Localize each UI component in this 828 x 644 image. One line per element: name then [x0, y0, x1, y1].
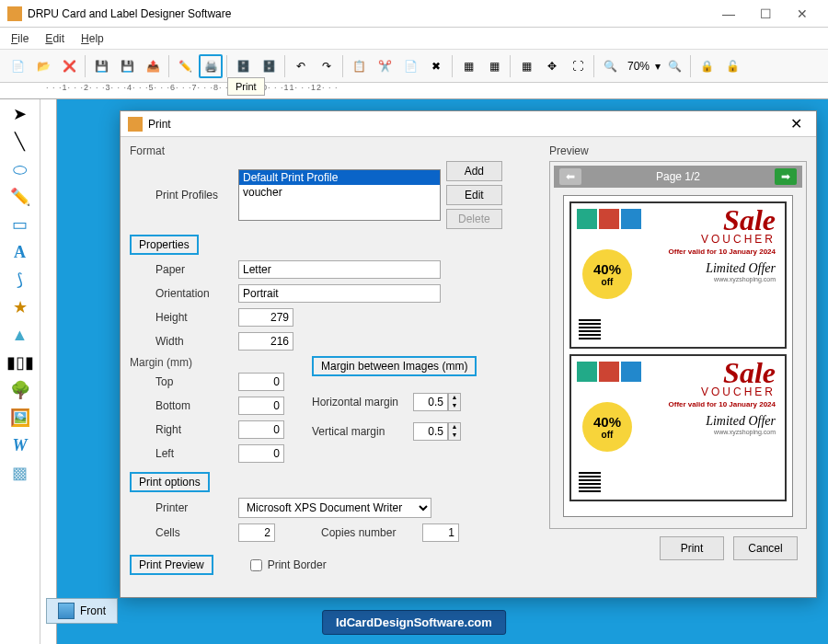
db-export-icon[interactable]: 🗄️ [257, 54, 281, 78]
copies-input[interactable] [422, 523, 459, 542]
delete-button: Delete [446, 209, 502, 229]
printer-label: Printer [155, 501, 238, 514]
hmargin-spinner[interactable]: ▲▼ [413, 393, 461, 411]
print-preview-button[interactable]: Print Preview [130, 555, 213, 575]
add-button[interactable]: Add [446, 161, 502, 181]
zoom-level[interactable]: 70% [627, 60, 650, 73]
arc-tool-icon[interactable]: ⟆ [9, 269, 31, 291]
paper-label: Paper [155, 263, 238, 276]
saveas-icon[interactable]: 💾 [115, 54, 139, 78]
vmargin-spinner[interactable]: ▲▼ [413, 422, 461, 441]
cancel-button[interactable]: Cancel [733, 536, 798, 560]
menu-edit[interactable]: Edit [45, 32, 64, 45]
orientation-input[interactable] [238, 284, 441, 303]
top-input[interactable] [238, 373, 284, 391]
document-tab-front[interactable]: Front [46, 598, 118, 624]
top-label: Top [155, 375, 238, 388]
menu-help[interactable]: Help [81, 32, 104, 45]
vmargin-input[interactable] [413, 422, 448, 441]
window-title: DRPU Card and Label Designer Software [28, 7, 710, 20]
resize-icon[interactable]: ⛶ [566, 54, 590, 78]
preview-page-label: Page 1/2 [656, 170, 700, 183]
voucher-card-1: Sale VOUCHER 40%off Offer valid for 10 J… [569, 201, 787, 349]
profile-item-default[interactable]: Default Print Profile [239, 170, 440, 185]
hmargin-input[interactable] [413, 393, 448, 411]
save-icon[interactable]: 💾 [89, 54, 113, 78]
select-tool-icon[interactable]: ➤ [9, 103, 31, 125]
align-icon[interactable]: ▦ [456, 54, 480, 78]
open-icon[interactable]: 📂 [31, 54, 55, 78]
print-button[interactable]: Print [660, 536, 724, 560]
edit-button[interactable]: Edit [446, 185, 502, 205]
right-label: Right [155, 423, 238, 436]
maximize-button[interactable]: ☐ [747, 1, 784, 27]
rect-tool-icon[interactable]: ▭ [9, 213, 31, 236]
star-tool-icon[interactable]: ★ [9, 296, 31, 318]
triangle-tool-icon[interactable]: ▲ [9, 324, 31, 346]
preview-next-button[interactable]: ➡ [775, 168, 797, 185]
cells-label: Cells [155, 526, 238, 539]
cut-icon[interactable]: ✂️ [373, 54, 397, 78]
preview-prev-button[interactable]: ⬅ [559, 168, 581, 185]
redo-icon[interactable]: ↷ [315, 54, 339, 78]
line-tool-icon[interactable]: ╲ [9, 131, 31, 153]
remove-icon[interactable]: ✖ [424, 54, 448, 78]
print-icon[interactable]: 🖨️ [199, 54, 223, 78]
bottom-label: Bottom [155, 399, 238, 412]
minimize-button[interactable]: — [710, 1, 747, 27]
app-icon [7, 6, 22, 21]
db-connect-icon[interactable]: 🗄️ [231, 54, 255, 78]
left-label: Left [155, 447, 238, 460]
edit-icon[interactable]: ✏️ [173, 54, 197, 78]
pattern-tool-icon[interactable]: ▩ [9, 462, 31, 484]
qr-icon [579, 319, 601, 341]
zoom-dropdown-icon[interactable]: ▾ [655, 60, 661, 73]
profiles-label: Print Profiles [155, 189, 238, 201]
barcode-tool-icon[interactable]: ▮▯▮ [9, 351, 31, 374]
text-tool-icon[interactable]: A [9, 241, 31, 263]
delete-icon[interactable]: ❌ [57, 54, 81, 78]
dialog-close-button[interactable]: ✕ [783, 115, 809, 132]
pencil-tool-icon[interactable]: ✏️ [9, 186, 31, 208]
profiles-listbox[interactable]: Default Print Profile voucher [238, 169, 441, 221]
close-button[interactable]: ✕ [784, 1, 821, 27]
library-tool-icon[interactable]: 🖼️ [9, 407, 31, 429]
align2-icon[interactable]: ▦ [482, 54, 506, 78]
horizontal-ruler: · · ·1· · ·2· · ·3· · ·4· · ·5· · ·6· · … [0, 83, 828, 99]
ellipse-tool-icon[interactable]: ⬭ [9, 158, 31, 180]
height-input[interactable] [238, 308, 293, 327]
export-icon[interactable]: 📤 [141, 54, 165, 78]
menubar: File Edit Help [0, 28, 828, 50]
zoom-out-icon[interactable]: 🔍 [662, 54, 686, 78]
main-toolbar: 📄 📂 ❌ 💾 💾 📤 ✏️ 🖨️ 🗄️ 🗄️ ↶ ↷ 📋 ✂️ 📄 ✖ ▦ ▦… [0, 50, 828, 83]
copy-icon[interactable]: 📋 [347, 54, 371, 78]
margin-label: Margin (mm) [130, 356, 284, 369]
move-icon[interactable]: ✥ [540, 54, 564, 78]
print-dialog: Print ✕ Format Print Profiles Default Pr… [120, 110, 817, 598]
right-input[interactable] [238, 420, 284, 439]
paper-input[interactable] [238, 260, 441, 279]
wordart-tool-icon[interactable]: W [9, 434, 31, 456]
dialog-title: Print [148, 118, 783, 131]
qr-icon [579, 472, 601, 494]
new-icon[interactable]: 📄 [6, 54, 29, 78]
zoom-in-icon[interactable]: 🔍 [598, 54, 622, 78]
width-input[interactable] [238, 332, 293, 351]
height-label: Height [155, 311, 238, 324]
paste-icon[interactable]: 📄 [398, 54, 422, 78]
undo-icon[interactable]: ↶ [289, 54, 313, 78]
profile-item-voucher[interactable]: voucher [239, 185, 440, 200]
image-tool-icon[interactable]: 🌳 [9, 379, 31, 401]
cells-input[interactable] [238, 523, 275, 542]
print-border-checkbox[interactable]: Print Border [250, 558, 333, 571]
preview-box: ⬅ Page 1/2 ➡ Sale VOUCHER 40%off Offer v… [549, 161, 807, 529]
vertical-ruler [40, 99, 57, 644]
left-input[interactable] [238, 444, 284, 463]
menu-file[interactable]: File [11, 32, 29, 45]
grid-icon[interactable]: ▦ [514, 54, 538, 78]
unlock-icon[interactable]: 🔓 [720, 54, 744, 78]
lock-icon[interactable]: 🔒 [695, 54, 719, 78]
printer-select[interactable]: Microsoft XPS Document Writer [238, 498, 431, 518]
bottom-input[interactable] [238, 397, 284, 415]
window-titlebar: DRPU Card and Label Designer Software — … [0, 0, 828, 28]
